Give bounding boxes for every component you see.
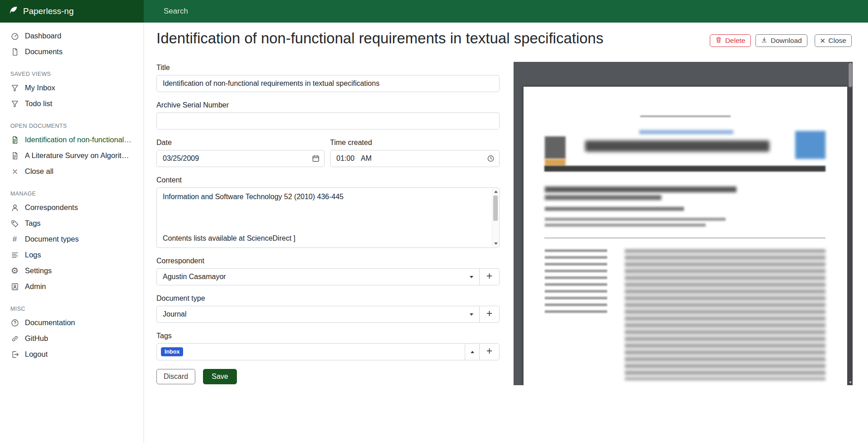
sidebar-item-tags[interactable]: Tags xyxy=(0,215,143,231)
preview-scrollbar[interactable] xyxy=(848,62,853,385)
date-field-group: Date xyxy=(156,138,325,167)
funnel-icon xyxy=(10,99,19,108)
sidebar-item-todo-list[interactable]: Todo list xyxy=(0,96,143,112)
sidebar-section-open-documents: OPEN DOCUMENTS xyxy=(10,123,133,129)
content-field-label: Content xyxy=(156,176,500,184)
save-button[interactable]: Save xyxy=(203,369,236,384)
chevron-down-icon xyxy=(470,313,473,316)
document-actions: Delete Download × Close xyxy=(710,34,852,47)
sidebar-item-logs[interactable]: Logs xyxy=(0,247,143,263)
discard-button[interactable]: Discard xyxy=(156,369,195,384)
content-text: Information and Software Technology 52 (… xyxy=(157,188,499,247)
top-navbar: Paperless-ng xyxy=(0,0,868,23)
tags-field-group: Tags Inbox + xyxy=(156,331,500,360)
correspondent-value: Agustin Casamayor xyxy=(163,273,226,281)
preview-scroll-down-icon[interactable] xyxy=(848,379,853,385)
close-icon xyxy=(10,167,19,176)
sidebar-item-documentation[interactable]: Documentation xyxy=(0,315,143,331)
document-type-select[interactable]: Journal xyxy=(156,306,480,323)
sidebar-item-documents[interactable]: Documents xyxy=(0,44,143,60)
document-form: Title Archive Serial Number Date xyxy=(156,63,500,384)
sidebar-item-dashboard[interactable]: Dashboard xyxy=(0,28,143,44)
download-icon xyxy=(761,37,768,45)
sidebar-item-github[interactable]: GitHub xyxy=(0,331,143,346)
sidebar-section-manage: MANAGE xyxy=(10,191,133,197)
sidebar-item-document-types[interactable]: # Document types xyxy=(0,231,143,247)
scroll-down-arrow-icon[interactable] xyxy=(492,241,499,247)
correspondent-field-group: Correspondent Agustin Casamayor + xyxy=(156,256,500,285)
sidebar-item-label: Logout xyxy=(25,350,47,359)
delete-button[interactable]: Delete xyxy=(710,34,751,47)
sidebar-item-label: Admin xyxy=(25,282,46,291)
content-scrollbar-thumb[interactable] xyxy=(493,196,498,221)
funnel-icon xyxy=(10,84,19,92)
search-input[interactable] xyxy=(164,7,480,16)
leaf-logo-icon xyxy=(9,5,18,17)
tag-icon xyxy=(10,219,19,228)
brand-name: Paperless-ng xyxy=(23,6,74,16)
sidebar-item-admin[interactable]: Admin xyxy=(0,279,143,294)
file-icon xyxy=(10,47,19,56)
preview-art xyxy=(545,224,706,227)
preview-art xyxy=(545,159,566,166)
document-type-value: Journal xyxy=(163,310,186,318)
sidebar-item-my-inbox[interactable]: My Inbox xyxy=(0,80,143,96)
calendar-icon[interactable] xyxy=(312,155,320,163)
sidebar-item-label: Correspondents xyxy=(25,203,78,212)
close-button[interactable]: × Close xyxy=(815,34,852,47)
content-textarea[interactable]: Information and Software Technology 52 (… xyxy=(156,187,500,248)
gear-icon: ⚙ xyxy=(10,266,19,275)
tags-input[interactable]: Inbox xyxy=(156,343,465,360)
time-field-group: Time created 01:00 AM xyxy=(330,138,500,167)
sidebar-item-label: GitHub xyxy=(25,334,48,343)
file-text-icon xyxy=(10,135,19,144)
file-text-icon xyxy=(10,151,19,160)
hash-icon: # xyxy=(10,235,19,243)
time-meridiem: AM xyxy=(361,154,372,163)
pdf-preview-pane[interactable] xyxy=(514,62,853,385)
tags-dropdown-toggle[interactable] xyxy=(465,343,480,360)
preview-art xyxy=(585,140,769,152)
sidebar-open-doc-2[interactable]: A Literature Survey on Algorithms for Mu… xyxy=(0,148,143,163)
sidebar-section-saved-views: SAVED VIEWS xyxy=(10,71,133,77)
sidebar-item-logout[interactable]: Logout xyxy=(0,346,143,362)
sidebar-item-close-all[interactable]: Close all xyxy=(0,163,143,179)
close-x-icon: × xyxy=(820,37,826,44)
download-button[interactable]: Download xyxy=(755,34,807,47)
title-field-label: Title xyxy=(156,63,500,72)
tag-badge-inbox[interactable]: Inbox xyxy=(161,347,183,357)
add-document-type-button[interactable]: + xyxy=(479,306,500,323)
sidebar-item-settings[interactable]: ⚙ Settings xyxy=(0,263,143,279)
time-input[interactable]: 01:00 AM xyxy=(330,150,500,167)
download-label: Download xyxy=(771,37,802,45)
add-correspondent-button[interactable]: + xyxy=(479,268,500,285)
sidebar-item-label: Document types xyxy=(25,235,79,243)
sidebar-item-label: Identification of non-functional require… xyxy=(25,135,133,144)
sidebar-item-label: Settings xyxy=(25,266,52,275)
sidebar-item-label: Documentation xyxy=(25,318,75,327)
clock-icon[interactable] xyxy=(487,155,495,163)
asn-input[interactable] xyxy=(156,112,500,130)
sidebar-item-correspondents[interactable]: Correspondents xyxy=(0,200,143,215)
correspondent-select[interactable]: Agustin Casamayor xyxy=(156,268,480,285)
document-type-field-group: Document type Journal + xyxy=(156,294,500,323)
preview-art xyxy=(545,187,736,192)
sidebar-open-doc-1[interactable]: Identification of non-functional require… xyxy=(0,132,143,148)
person-icon xyxy=(10,203,19,212)
title-input[interactable] xyxy=(156,75,500,92)
preview-art xyxy=(545,195,661,200)
preview-art xyxy=(545,207,684,211)
preview-art xyxy=(545,218,726,221)
scroll-up-arrow-icon[interactable] xyxy=(492,189,499,195)
date-input[interactable] xyxy=(156,150,325,167)
content-scrollbar[interactable] xyxy=(492,188,499,247)
sidebar-section-misc: MISC xyxy=(10,306,133,312)
tags-field-label: Tags xyxy=(156,331,500,340)
add-tag-button[interactable]: + xyxy=(479,343,500,360)
preview-scrollbar-thumb[interactable] xyxy=(849,63,852,87)
preview-art xyxy=(545,249,607,315)
brand[interactable]: Paperless-ng xyxy=(0,0,144,23)
date-field-label: Date xyxy=(156,138,325,147)
sidebar-item-label: Tags xyxy=(25,219,41,228)
preview-art xyxy=(795,131,826,159)
